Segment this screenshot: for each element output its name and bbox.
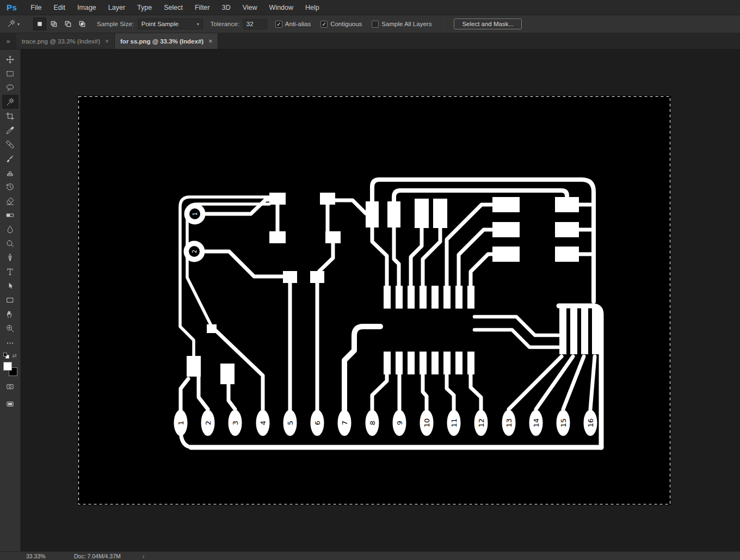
svg-text:1: 1 <box>192 212 198 216</box>
select-and-mask-button[interactable]: Select and Mask... <box>454 19 522 29</box>
menu-items: FileEditImageLayerTypeSelectFilter3DView… <box>24 4 325 11</box>
checkbox-sample-all-layers[interactable]: Sample All Layers <box>372 21 431 28</box>
menu-help[interactable]: Help <box>299 4 325 11</box>
menu-select[interactable]: Select <box>158 4 189 11</box>
rectangular-marquee-tool[interactable] <box>2 66 18 81</box>
svg-text:16: 16 <box>587 419 595 428</box>
eyedropper-tool[interactable] <box>2 123 18 137</box>
gradient-tool[interactable] <box>2 208 18 222</box>
foreground-background-swatches[interactable] <box>3 362 17 376</box>
subtract-from-selection-icon <box>64 20 72 28</box>
tab-label: for ss.png @ 33.3% (Index#) <box>120 38 203 45</box>
checkbox-contiguous[interactable]: ✓Contiguous <box>320 21 362 28</box>
tool-preset-dropdown[interactable]: ▾ <box>4 18 22 30</box>
intersect-selection-button[interactable] <box>76 17 89 30</box>
lasso-tool[interactable] <box>2 81 18 95</box>
svg-text:2: 2 <box>204 421 212 425</box>
checked-checkbox-icon: ✓ <box>320 21 328 28</box>
tools-panel: ⇄ <box>0 50 21 551</box>
svg-text:12: 12 <box>477 419 485 428</box>
menu-view[interactable]: View <box>237 4 263 11</box>
svg-text:13: 13 <box>505 419 513 428</box>
lasso-icon <box>5 83 15 93</box>
document-tab-2[interactable]: for ss.png @ 33.3% (Index#)× <box>115 33 218 49</box>
document-tabs: trace.png @ 33.3% (Index#)×for ss.png @ … <box>16 33 218 49</box>
checkbox-label: Sample All Layers <box>381 21 431 27</box>
new-selection-button[interactable] <box>33 17 46 30</box>
sample-size-label: Sample Size: <box>97 21 134 27</box>
path-selection-tool[interactable] <box>2 279 18 293</box>
svg-text:2: 2 <box>192 250 198 253</box>
move-icon <box>5 55 15 64</box>
document-size-info: Doc: 7.04M/4.37M <box>74 553 121 559</box>
dodge-tool[interactable] <box>2 236 18 250</box>
menu-3d[interactable]: 3D <box>216 4 237 11</box>
quick-mask-button[interactable] <box>2 379 18 393</box>
more-tools-tool[interactable] <box>2 335 18 349</box>
history-brush-tool[interactable] <box>2 180 18 194</box>
screen-mode-button[interactable] <box>2 397 18 411</box>
collapse-panels-icon[interactable]: » <box>0 33 16 49</box>
crop-tool[interactable] <box>2 109 18 123</box>
rectangular-marquee-icon <box>5 69 15 78</box>
path-selection-icon <box>5 281 15 291</box>
canvas-area[interactable]: 12 12345678910111213141516 <box>21 50 740 551</box>
close-tab-icon[interactable]: × <box>208 38 212 45</box>
svg-text:14: 14 <box>532 419 540 428</box>
chevron-down-icon: ▾ <box>197 22 199 27</box>
spot-healing-brush-tool[interactable] <box>2 137 18 151</box>
move-tool[interactable] <box>2 52 18 66</box>
hand-tool[interactable] <box>2 307 18 321</box>
zoom-icon <box>5 324 15 333</box>
svg-text:1: 1 <box>177 421 185 425</box>
menu-filter[interactable]: Filter <box>189 4 216 11</box>
svg-text:3: 3 <box>231 421 239 425</box>
document-tab-bar: » trace.png @ 33.3% (Index#)×for ss.png … <box>0 33 740 50</box>
close-tab-icon[interactable]: × <box>105 38 109 45</box>
foreground-color-swatch[interactable] <box>3 362 12 371</box>
blur-icon <box>5 225 15 234</box>
checkbox-anti-alias[interactable]: ✓Anti-alias <box>275 21 311 28</box>
add-to-selection-icon <box>50 20 58 28</box>
menu-file[interactable]: File <box>24 4 47 11</box>
menu-edit[interactable]: Edit <box>48 4 72 11</box>
separator <box>27 17 28 30</box>
clone-stamp-icon <box>5 168 15 177</box>
pcb-image[interactable]: 12 12345678910111213141516 <box>78 96 671 505</box>
zoom-level-field[interactable]: 33.33% <box>0 553 65 559</box>
zoom-tool[interactable] <box>2 321 18 335</box>
tolerance-input[interactable] <box>243 19 267 29</box>
checkbox-label: Anti-alias <box>285 21 311 27</box>
menu-window[interactable]: Window <box>263 4 299 11</box>
brush-icon <box>5 154 15 163</box>
type-tool[interactable] <box>2 264 18 279</box>
menu-image[interactable]: Image <box>71 4 102 11</box>
subtract-from-selection-button[interactable] <box>61 17 75 30</box>
swap-colors-icon[interactable]: ⇄ <box>12 353 16 359</box>
rectangle-tool[interactable] <box>2 293 18 307</box>
intersect-selection-icon <box>78 20 87 28</box>
menu-type[interactable]: Type <box>131 4 158 11</box>
crop-icon <box>5 112 15 121</box>
clone-stamp-tool[interactable] <box>2 165 18 180</box>
eraser-tool[interactable] <box>2 194 18 208</box>
document-tab-1[interactable]: trace.png @ 33.3% (Index#)× <box>16 33 115 49</box>
menu-bar: Ps FileEditImageLayerTypeSelectFilter3DV… <box>0 0 740 15</box>
menu-layer[interactable]: Layer <box>102 4 131 11</box>
brush-tool[interactable] <box>2 151 18 165</box>
status-menu-chevron-icon[interactable]: › <box>143 553 145 559</box>
unchecked-checkbox-icon <box>372 21 379 28</box>
magic-wand-tool[interactable] <box>2 95 18 109</box>
sample-size-dropdown[interactable]: Point Sample ▾ <box>138 19 203 29</box>
tolerance-label: Tolerance: <box>211 21 239 27</box>
status-bar: 33.33% Doc: 7.04M/4.37M › <box>0 551 740 560</box>
blur-tool[interactable] <box>2 222 18 236</box>
svg-text:15: 15 <box>559 419 568 428</box>
default-colors-icon[interactable] <box>3 353 9 359</box>
add-to-selection-button[interactable] <box>47 17 60 30</box>
document-image[interactable]: 12 12345678910111213141516 <box>78 96 671 505</box>
magic-wand-icon <box>5 97 15 107</box>
selection-mode-group <box>33 17 89 30</box>
new-selection-icon <box>35 20 44 28</box>
pen-tool[interactable] <box>2 250 18 264</box>
